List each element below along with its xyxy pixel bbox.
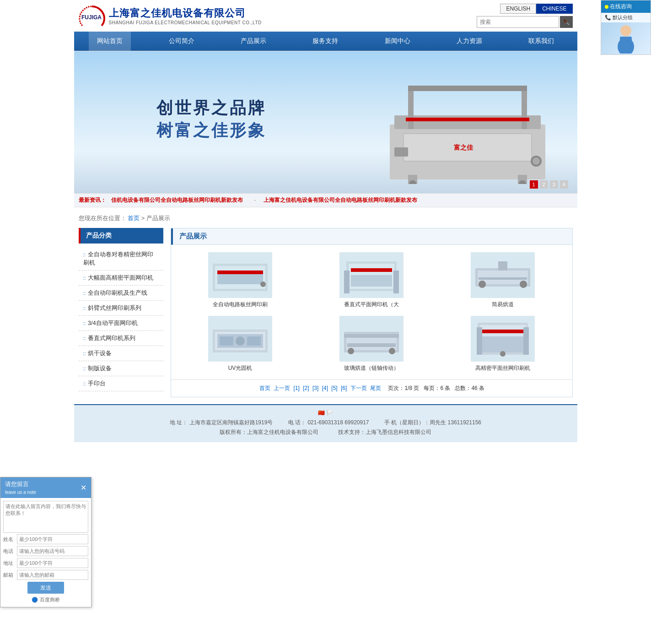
product-name-3: UV光固机 bbox=[178, 364, 302, 372]
logo-icon: FUJIGA bbox=[79, 5, 105, 27]
news-ticker-item1[interactable]: 佳机电设备有限公司全自动电路板丝网印刷机新款发布 bbox=[111, 197, 243, 203]
breadcrumb: 您现在所在位置： 首页 > 产品展示 bbox=[79, 214, 573, 222]
footer-mobile-value: 13611921156 bbox=[448, 419, 481, 426]
page-last[interactable]: 尾页 bbox=[370, 385, 381, 391]
page-current-info: 页次：1/8 页 bbox=[388, 385, 419, 391]
svg-rect-32 bbox=[479, 277, 527, 280]
product-img-2 bbox=[471, 252, 535, 298]
product-grid: 全自动电路板丝网印刷 番直式平面网印机（大 bbox=[171, 245, 572, 379]
sidebar-item-8[interactable]: 手印台 bbox=[79, 376, 163, 391]
page-first[interactable]: 首页 bbox=[259, 385, 270, 391]
footer-copyright: 版权所有：上海富之佳机电设备有限公司 bbox=[220, 429, 318, 435]
svg-rect-49 bbox=[477, 327, 482, 355]
svg-rect-2 bbox=[394, 115, 541, 129]
sidebar-item-3[interactable]: 斜臂式丝网印刷系列 bbox=[79, 301, 163, 316]
banner-indicator-2[interactable]: 2 bbox=[540, 180, 548, 189]
banner-indicator-4[interactable]: 4 bbox=[560, 180, 568, 189]
nav-home[interactable]: 网站首页 bbox=[89, 32, 131, 51]
svg-rect-5 bbox=[408, 86, 527, 91]
product-img-4 bbox=[339, 316, 404, 362]
product-img-5 bbox=[471, 316, 535, 362]
nav-service[interactable]: 服务支持 bbox=[304, 32, 346, 51]
sidebar-item-2[interactable]: 全自动印刷机及生产线 bbox=[79, 286, 163, 301]
navigation: 网站首页 公司简介 产品展示 服务支持 新闻中心 人力资源 联系我们 bbox=[74, 32, 577, 51]
banner-slogan-line1: 创世界之品牌 bbox=[156, 97, 266, 119]
product-area-title: 产品展示 bbox=[171, 228, 572, 245]
nav-contact[interactable]: 联系我们 bbox=[520, 32, 562, 51]
product-card-0[interactable]: 全自动电路板丝网印刷 bbox=[178, 252, 302, 308]
page-4[interactable]: [4] bbox=[322, 385, 328, 391]
svg-rect-29 bbox=[498, 261, 507, 271]
svg-rect-42 bbox=[347, 343, 396, 347]
svg-rect-50 bbox=[523, 327, 529, 355]
svg-text:FUJIGA: FUJIGA bbox=[81, 14, 102, 21]
product-img-0 bbox=[208, 252, 272, 298]
product-name-4: 玻璃烘道（链轴传动） bbox=[310, 364, 434, 372]
page-6[interactable]: [6] bbox=[341, 385, 347, 391]
product-name-0: 全自动电路板丝网印刷 bbox=[178, 301, 302, 308]
page-5[interactable]: [5] bbox=[331, 385, 337, 391]
nav-products[interactable]: 产品展示 bbox=[232, 32, 274, 51]
logo-text: 上海富之佳机电设备有限公司 SHANGHAI FUJIGA ELECTROMEC… bbox=[109, 6, 262, 25]
page-next[interactable]: 下一页 bbox=[350, 385, 367, 391]
product-card-2[interactable]: 简易烘道 bbox=[441, 252, 565, 308]
svg-rect-24 bbox=[351, 275, 392, 287]
svg-rect-19 bbox=[217, 271, 263, 274]
page-per-page: 每页：6 条 bbox=[424, 385, 450, 391]
svg-point-43 bbox=[348, 348, 354, 354]
footer-stats-flag: 🏳️ bbox=[326, 410, 333, 416]
logo-company-cn: 上海富之佳机电设备有限公司 bbox=[109, 6, 262, 20]
svg-point-30 bbox=[479, 281, 486, 288]
product-name-2: 简易烘道 bbox=[441, 301, 565, 308]
news-ticker-item2[interactable]: 上海富之佳机电设备有限公司全自动电路板丝网印刷机新款发布 bbox=[264, 197, 417, 203]
product-card-4[interactable]: 玻璃烘道（链轴传动） bbox=[310, 316, 434, 372]
svg-point-9 bbox=[533, 157, 540, 165]
search-input[interactable] bbox=[477, 16, 559, 28]
sidebar-item-6[interactable]: 烘干设备 bbox=[79, 346, 163, 361]
sidebar: 产品分类 全自动卷对卷精密丝网印刷机 大幅面高精密平面网印机 全自动印刷机及生产… bbox=[79, 228, 163, 397]
page-1[interactable]: [1] bbox=[294, 385, 300, 391]
svg-point-38 bbox=[236, 336, 245, 346]
svg-point-20 bbox=[260, 281, 266, 287]
svg-point-31 bbox=[520, 281, 527, 288]
breadcrumb-home[interactable]: 首页 bbox=[128, 215, 140, 222]
sidebar-item-5[interactable]: 番直式网印机系列 bbox=[79, 331, 163, 346]
search-button[interactable] bbox=[560, 16, 573, 28]
content-area: 产品分类 全自动卷对卷精密丝网印刷机 大幅面高精密平面网印机 全自动印刷机及生产… bbox=[79, 228, 573, 397]
sidebar-item-7[interactable]: 制版设备 bbox=[79, 361, 163, 376]
header-top: FUJIGA 上海富之佳机电设备有限公司 SHANGHAI FUJIGA ELE… bbox=[74, 0, 577, 32]
product-card-1[interactable]: 番直式平面网印机（大 bbox=[310, 252, 434, 308]
nav-news[interactable]: 新闻中心 bbox=[377, 32, 419, 51]
sidebar-item-1[interactable]: 大幅面高精密平面网印机 bbox=[79, 271, 163, 286]
footer-address-label: 地 址： bbox=[170, 419, 188, 426]
product-card-3[interactable]: UV光固机 bbox=[178, 316, 302, 372]
sidebar-item-4[interactable]: 3/4自动平面网印机 bbox=[79, 316, 163, 331]
header: FUJIGA 上海富之佳机电设备有限公司 SHANGHAI FUJIGA ELE… bbox=[74, 0, 577, 51]
nav-hr[interactable]: 人力资源 bbox=[448, 32, 490, 51]
product-pagination: 首页 上一页 [1] [2] [3] [4] [5] [6] 下一页 尾页 页次… bbox=[171, 379, 572, 397]
logo-company-en: SHANGHAI FUJIGA ELECTROMECHANICAL EQUIPM… bbox=[109, 20, 262, 25]
product-card-5[interactable]: 高精密平面丝网印刷机 bbox=[441, 316, 565, 372]
svg-point-51 bbox=[500, 351, 506, 357]
product-name-1: 番直式平面网印机（大 bbox=[310, 301, 434, 308]
product-img-3 bbox=[208, 316, 272, 362]
product-area: 产品展示 全自动电路板丝网印刷 bbox=[171, 228, 573, 397]
page-prev[interactable]: 上一页 bbox=[274, 385, 290, 391]
svg-rect-47 bbox=[482, 330, 523, 333]
page-2[interactable]: [2] bbox=[303, 385, 309, 391]
svg-rect-3 bbox=[408, 88, 414, 129]
chinese-lang-btn[interactable]: CHINESE bbox=[536, 4, 572, 14]
banner-slogan: 创世界之品牌 树富之佳形象 bbox=[156, 97, 266, 142]
page-3[interactable]: [3] bbox=[312, 385, 318, 391]
svg-point-44 bbox=[389, 348, 395, 354]
sidebar-item-0[interactable]: 全自动卷对卷精密丝网印刷机 bbox=[79, 247, 163, 271]
logo-area: FUJIGA 上海富之佳机电设备有限公司 SHANGHAI FUJIGA ELE… bbox=[79, 5, 262, 27]
footer-stats-icon: 🇨🇳 bbox=[318, 410, 325, 416]
product-name-5: 高精密平面丝网印刷机 bbox=[441, 364, 565, 372]
product-img-1 bbox=[339, 252, 404, 298]
banner-indicator-1[interactable]: 1 bbox=[530, 180, 538, 189]
banner-indicator-3[interactable]: 3 bbox=[550, 180, 558, 189]
news-ticker-label: 最新资讯： bbox=[79, 197, 106, 203]
english-lang-btn[interactable]: ENGLISH bbox=[500, 4, 536, 14]
nav-about[interactable]: 公司简介 bbox=[161, 32, 203, 51]
